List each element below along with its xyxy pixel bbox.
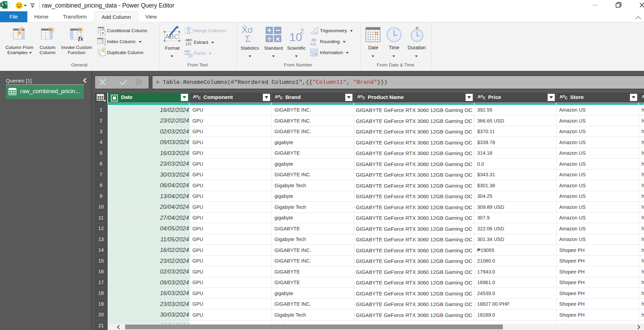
svg-text:A: A [642,94,644,99]
svg-text:C: C [363,96,365,100]
svg-text:X: X [1,3,4,7]
svg-text:3: 3 [311,53,313,56]
svg-text:ABC: ABC [185,38,192,42]
svg-text:3: 3 [104,43,106,46]
svg-text:A: A [357,94,360,99]
svg-text:123: 123 [185,42,191,46]
svg-text:A: A [560,94,563,99]
svg-text:A: A [193,94,196,99]
svg-text:C: C [483,96,486,100]
svg-text:A: A [478,94,481,99]
svg-text:1: 1 [311,50,313,53]
svg-text:2: 2 [300,27,304,35]
svg-text:.00: .00 [311,38,316,42]
svg-text:≠: ≠ [102,31,104,35]
svg-text:Σ: Σ [245,33,251,42]
svg-text:.0: .0 [312,42,316,46]
svg-text:C: C [198,96,201,100]
svg-text:fx: fx [78,35,83,41]
svg-text:C: C [280,96,283,100]
svg-text:abc: abc [184,49,191,53]
svg-text:A: A [275,94,278,99]
svg-text:C: C [565,96,568,100]
